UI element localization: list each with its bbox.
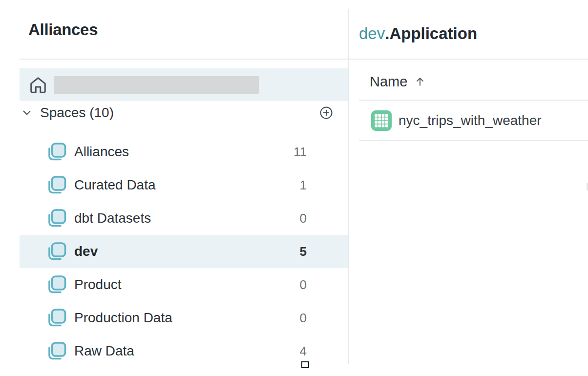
space-item[interactable]: Product 0 bbox=[20, 268, 348, 301]
space-item-count: 11 bbox=[294, 145, 307, 160]
cursor-artifact-square bbox=[301, 361, 309, 368]
main-panel: dev.Application Name bbox=[349, 0, 588, 376]
redacted-text-placeholder bbox=[54, 76, 259, 94]
sidebar-panel: Alliances Spaces (10) bbox=[0, 0, 348, 376]
breadcrumb-current-folder: Application bbox=[389, 24, 477, 42]
dataset-name: nyc_trips_with_weather bbox=[399, 113, 542, 128]
arrow-up-icon bbox=[414, 75, 426, 88]
space-item-label: Product bbox=[74, 277, 122, 292]
home-row[interactable] bbox=[20, 68, 348, 101]
breadcrumb-space-link[interactable]: dev bbox=[359, 24, 385, 42]
space-item-label: dev bbox=[74, 244, 98, 259]
breadcrumb: dev.Application bbox=[359, 24, 477, 43]
space-item-count: 0 bbox=[300, 311, 307, 326]
breadcrumb-separator: . bbox=[385, 24, 389, 42]
space-item-count: 5 bbox=[300, 244, 307, 259]
space-item[interactable]: dev 5 bbox=[20, 235, 348, 268]
space-item-count: 1 bbox=[300, 178, 307, 193]
spaces-section-header[interactable]: Spaces (10) bbox=[20, 100, 348, 125]
space-icon bbox=[46, 341, 67, 361]
space-item[interactable]: Alliances 11 bbox=[20, 135, 348, 168]
space-item[interactable]: Production Data 0 bbox=[20, 301, 348, 334]
space-item-count: 0 bbox=[300, 277, 307, 292]
space-item-label: Alliances bbox=[74, 144, 129, 160]
space-icon bbox=[46, 175, 67, 195]
sidebar-title-divider bbox=[20, 59, 348, 60]
spaces-tree: Alliances 11 Curated Data 1 dbt Datasets… bbox=[20, 135, 348, 368]
main-header-divider bbox=[349, 59, 588, 60]
space-item[interactable]: Raw Data 4 bbox=[20, 334, 348, 368]
space-icon bbox=[46, 274, 67, 295]
space-icon bbox=[46, 208, 67, 229]
space-item-label: Production Data bbox=[74, 310, 172, 326]
sidebar-title: Alliances bbox=[28, 21, 98, 39]
chevron-down-icon[interactable] bbox=[21, 107, 32, 118]
space-item-label: Raw Data bbox=[74, 343, 134, 359]
space-item[interactable]: Curated Data 1 bbox=[20, 168, 348, 202]
space-item-count: 4 bbox=[300, 344, 307, 359]
space-item-label: Curated Data bbox=[74, 177, 156, 193]
dataset-row[interactable]: nyc_trips_with_weather bbox=[359, 101, 588, 141]
table-name-column-header[interactable]: Name bbox=[370, 68, 426, 95]
space-item-count: 0 bbox=[300, 211, 307, 226]
name-column-label: Name bbox=[370, 74, 407, 90]
space-item-label: dbt Datasets bbox=[74, 210, 151, 226]
home-icon bbox=[29, 76, 47, 94]
dataset-list: nyc_trips_with_weather bbox=[359, 101, 588, 141]
space-icon bbox=[46, 241, 67, 262]
space-icon bbox=[46, 308, 67, 328]
space-icon bbox=[46, 142, 67, 162]
space-item[interactable]: dbt Datasets 0 bbox=[20, 202, 348, 235]
add-space-button[interactable] bbox=[319, 105, 334, 120]
spaces-section-label: Spaces (10) bbox=[40, 105, 114, 121]
app-root: Alliances Spaces (10) bbox=[0, 0, 588, 376]
dataset-table-icon bbox=[371, 110, 392, 131]
